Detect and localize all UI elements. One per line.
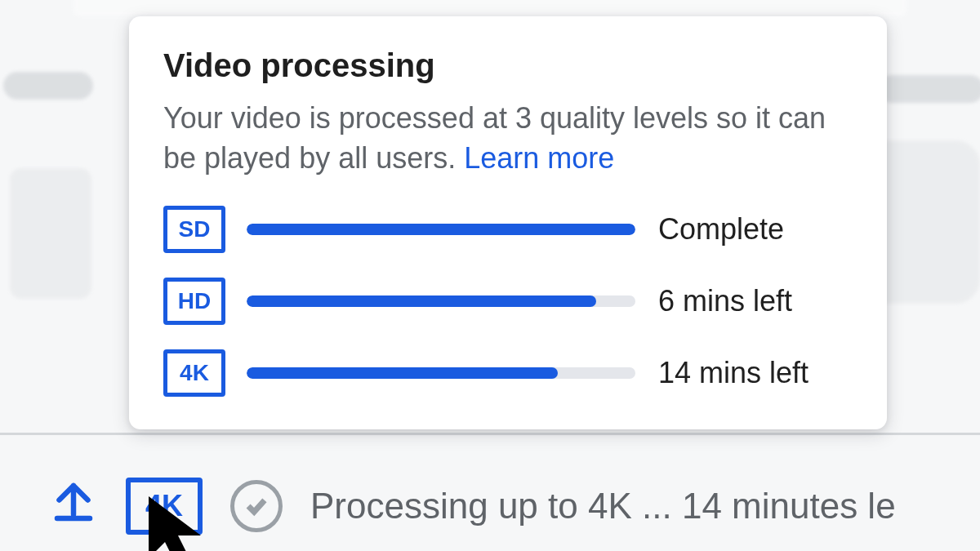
fourk-progress-fill: [247, 367, 558, 379]
fourk-status-label: 14 mins left: [658, 356, 854, 390]
video-processing-tooltip: Video processing Your video is processed…: [129, 16, 887, 429]
sd-badge-icon: SD: [163, 206, 225, 253]
hd-progress-fill: [247, 295, 596, 307]
processing-row-hd: HD 6 mins left: [163, 278, 854, 325]
sd-progress-fill: [247, 224, 635, 235]
fourk-badge-icon: 4K: [163, 349, 225, 397]
quality-badge-4k[interactable]: 4K: [126, 478, 203, 535]
tooltip-title: Video processing: [163, 47, 854, 84]
upload-icon[interactable]: [49, 478, 98, 535]
skeleton-shape: [74, 0, 906, 16]
fourk-progress-bar: [247, 367, 635, 379]
processing-row-4k: 4K 14 mins left: [163, 349, 854, 397]
learn-more-link[interactable]: Learn more: [464, 141, 614, 175]
skeleton-shape: [10, 168, 91, 299]
processing-row-sd: SD Complete: [163, 206, 854, 253]
sd-progress-bar: [247, 224, 635, 235]
check-circle-icon: [230, 480, 283, 532]
hd-status-label: 6 mins left: [658, 284, 854, 318]
processing-status-text: Processing up to 4K ... 14 minutes le: [310, 486, 896, 527]
hd-progress-bar: [247, 295, 635, 307]
hd-badge-icon: HD: [163, 278, 225, 325]
status-bar: 4K Processing up to 4K ... 14 minutes le: [0, 461, 980, 551]
processing-rows: SD Complete HD 6 mins left 4K 14 mins le…: [163, 206, 854, 397]
tooltip-description: Your video is processed at 3 quality lev…: [163, 99, 854, 178]
sd-status-label: Complete: [658, 212, 854, 247]
skeleton-shape: [878, 75, 980, 103]
divider: [0, 433, 980, 435]
skeleton-shape: [3, 72, 93, 100]
